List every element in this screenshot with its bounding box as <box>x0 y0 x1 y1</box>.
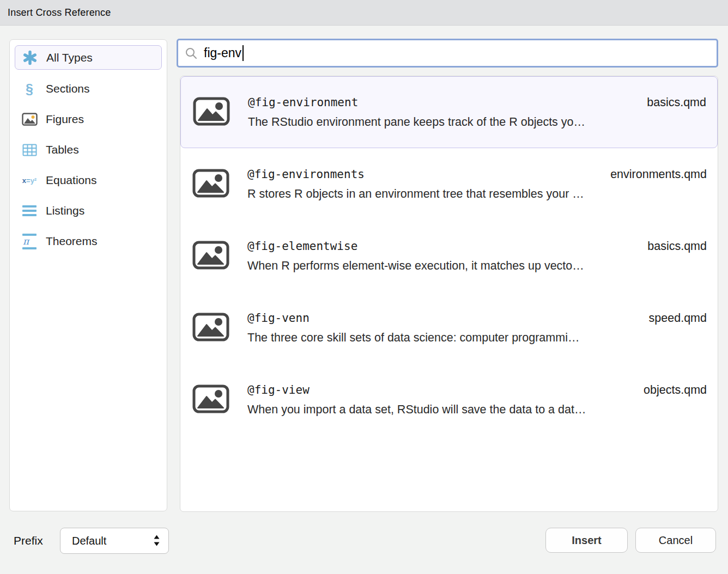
sidebar-item-label: Figures <box>46 113 84 126</box>
prefix-dropdown[interactable]: Default <box>60 528 169 554</box>
reference-description: R stores R objects in an environment tre… <box>247 187 584 200</box>
reference-id: @fig-environments <box>247 168 365 181</box>
sidebar-item-theorems[interactable]: π Theorems <box>15 226 162 257</box>
search-value: fig-env <box>204 46 241 60</box>
cancel-button[interactable]: Cancel <box>635 528 716 553</box>
sidebar-item-label: Theorems <box>46 235 98 248</box>
image-icon <box>192 169 229 200</box>
equation-icon: x=y² <box>20 177 39 184</box>
asterisk-icon <box>20 50 40 65</box>
reference-file: basics.qmd <box>647 96 706 109</box>
reference-description: When you import a data set, RStudio will… <box>247 403 586 416</box>
updown-stepper-icon <box>153 534 160 550</box>
reference-description: When R performs element-wise execution, … <box>247 259 584 272</box>
sidebar-item-equations[interactable]: x=y² Equations <box>15 165 162 196</box>
dialog-title: Insert Cross Reference <box>8 7 111 19</box>
sidebar-item-label: Tables <box>46 143 79 156</box>
reference-id: @fig-venn <box>247 312 310 325</box>
prefix-dropdown-value: Default <box>72 535 106 547</box>
insert-button[interactable]: Insert <box>545 528 628 553</box>
image-icon <box>192 241 229 272</box>
reference-file: speed.qmd <box>649 312 707 325</box>
result-row[interactable]: @fig-environment basics.qmd The RStudio … <box>180 76 718 148</box>
sidebar-item-tables[interactable]: Tables <box>15 135 162 165</box>
sidebar-item-listings[interactable]: Listings <box>15 196 162 226</box>
sidebar-item-sections[interactable]: § Sections <box>15 74 162 104</box>
result-row[interactable]: @fig-venn speed.qmd The three core skill… <box>180 292 718 364</box>
theorem-icon: π <box>20 234 39 249</box>
sidebar-item-label: Listings <box>46 204 84 217</box>
image-icon <box>192 384 229 416</box>
reference-description: The RStudio environment pane keeps track… <box>248 115 585 129</box>
result-row[interactable]: @fig-environments environments.qmd R sto… <box>180 148 718 220</box>
reference-id: @fig-environment <box>248 96 358 109</box>
type-filter-sidebar: All Types § Sections Figures <box>9 39 167 511</box>
image-icon <box>193 97 230 128</box>
reference-file: basics.qmd <box>647 240 707 253</box>
reference-id: @fig-view <box>247 383 310 396</box>
reference-description: The three core skill sets of data scienc… <box>247 331 579 344</box>
search-icon <box>185 47 198 60</box>
dialog-titlebar: Insert Cross Reference <box>0 0 728 26</box>
cross-reference-results-list: @fig-environment basics.qmd The RStudio … <box>180 76 718 512</box>
sidebar-item-label: All Types <box>46 51 93 64</box>
sidebar-item-figures[interactable]: Figures <box>15 104 162 135</box>
section-icon: § <box>20 82 39 96</box>
search-input[interactable]: fig-env <box>177 39 718 68</box>
listings-icon <box>20 205 39 216</box>
sidebar-item-all-types[interactable]: All Types <box>15 45 162 70</box>
result-row[interactable]: @fig-elementwise basics.qmd When R perfo… <box>180 220 718 292</box>
sidebar-item-label: Equations <box>46 174 96 187</box>
text-cursor <box>242 45 244 61</box>
image-icon <box>192 313 229 344</box>
result-row[interactable]: @fig-view objects.qmd When you import a … <box>180 364 718 436</box>
reference-file: objects.qmd <box>644 383 707 397</box>
reference-file: environments.qmd <box>610 168 707 181</box>
table-icon <box>20 144 39 156</box>
sidebar-item-label: Sections <box>46 82 90 95</box>
figure-icon <box>20 113 39 126</box>
prefix-label: Prefix <box>14 534 43 547</box>
reference-id: @fig-elementwise <box>247 240 357 253</box>
